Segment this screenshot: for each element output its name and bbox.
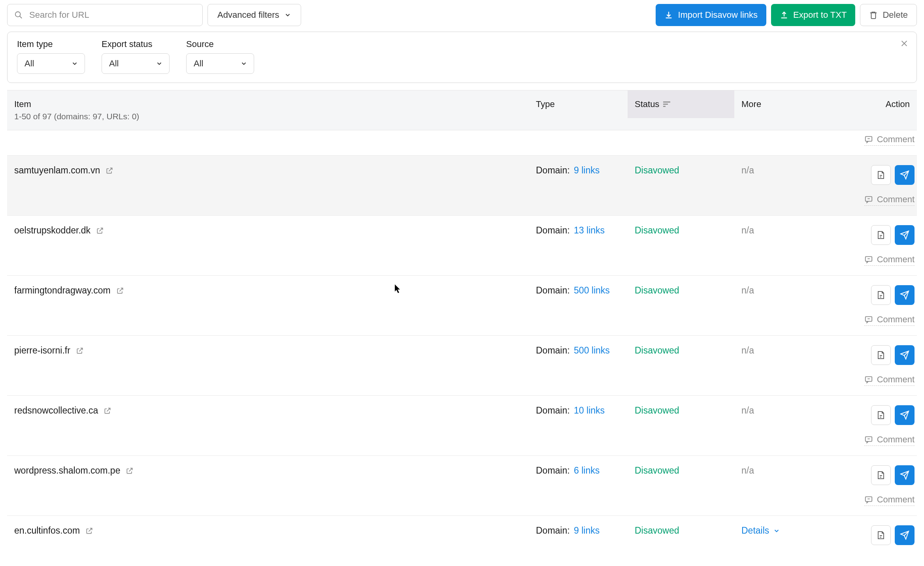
table-row: en.cultinfos.comDomain: 9 linksDisavowed… <box>7 516 917 555</box>
links-count[interactable]: 13 links <box>574 225 605 235</box>
external-link-icon[interactable] <box>106 167 113 175</box>
send-icon <box>900 410 909 420</box>
filter-select[interactable]: All <box>186 53 254 74</box>
external-link-icon[interactable] <box>126 467 134 475</box>
cell-action <box>829 156 917 194</box>
note-button[interactable] <box>871 465 891 485</box>
links-count[interactable]: 500 links <box>574 345 610 355</box>
column-header-status[interactable]: Status <box>628 90 734 118</box>
filter-label: Source <box>186 39 254 49</box>
advanced-filters-button[interactable]: Advanced filters <box>207 4 301 26</box>
cell-item[interactable]: wordpress.shalom.com.pe <box>7 456 529 485</box>
domain-text: en.cultinfos.com <box>14 525 80 536</box>
type-prefix: Domain: <box>536 405 570 416</box>
comment-button[interactable]: Comment <box>864 374 915 386</box>
comment-button[interactable]: Comment <box>864 134 915 146</box>
external-link-icon[interactable] <box>104 407 111 415</box>
column-header-action: Action <box>829 90 917 118</box>
chevron-down-icon <box>284 11 291 19</box>
note-icon <box>876 350 886 360</box>
column-header-more[interactable]: More <box>734 90 829 118</box>
more-text: n/a <box>741 465 754 476</box>
delete-button[interactable]: Delete <box>860 4 917 26</box>
filter-value: All <box>109 58 119 69</box>
send-button[interactable] <box>895 225 915 245</box>
send-button[interactable] <box>895 405 915 425</box>
more-text: n/a <box>741 405 754 416</box>
comment-button[interactable]: Comment <box>864 314 915 326</box>
send-button[interactable] <box>895 345 915 365</box>
send-button[interactable] <box>895 465 915 485</box>
note-button[interactable] <box>871 285 891 305</box>
export-button[interactable]: Export to TXT <box>771 4 855 26</box>
comment-label: Comment <box>877 194 915 205</box>
filter-select[interactable]: All <box>102 53 170 74</box>
cell-more: n/a <box>734 216 829 245</box>
note-button[interactable] <box>871 525 891 545</box>
external-link-icon[interactable] <box>76 347 84 355</box>
column-item-label: Item <box>14 99 522 109</box>
cell-more: n/a <box>734 156 829 185</box>
send-button[interactable] <box>895 285 915 305</box>
note-icon <box>876 470 886 480</box>
note-button[interactable] <box>871 225 891 245</box>
note-button[interactable] <box>871 165 891 185</box>
comment-button[interactable]: Comment <box>864 434 915 446</box>
comment-button[interactable]: Comment <box>864 495 915 506</box>
send-icon <box>900 290 909 300</box>
cell-more[interactable]: Details <box>734 516 829 545</box>
links-count[interactable]: 10 links <box>574 405 605 416</box>
type-prefix: Domain: <box>536 225 570 235</box>
external-link-icon[interactable] <box>85 527 93 535</box>
toolbar: Advanced filters Import Disavow links Ex… <box>7 0 917 32</box>
external-link-icon[interactable] <box>116 287 124 295</box>
links-count[interactable]: 6 links <box>574 465 600 476</box>
close-icon[interactable] <box>900 39 909 48</box>
chevron-down-icon <box>71 60 78 67</box>
delete-label: Delete <box>883 10 908 20</box>
svg-point-0 <box>15 12 21 17</box>
note-button[interactable] <box>871 345 891 365</box>
table-header-row: Item 1-50 of 97 (domains: 97, URLs: 0) T… <box>7 90 917 130</box>
external-link-icon[interactable] <box>96 227 104 235</box>
cell-type: Domain: 500 links <box>529 276 628 305</box>
links-count[interactable]: 9 links <box>574 165 600 175</box>
cell-type: Domain: 13 links <box>529 216 628 245</box>
cell-item[interactable]: oelstrupskodder.dk <box>7 216 529 245</box>
note-button[interactable] <box>871 405 891 425</box>
filter-select[interactable]: All <box>17 53 85 74</box>
more-text: Details <box>741 525 769 536</box>
column-header-type[interactable]: Type <box>529 90 628 118</box>
cell-more: n/a <box>734 456 829 485</box>
send-icon <box>900 470 909 480</box>
more-text: n/a <box>741 225 754 235</box>
comment-label: Comment <box>877 254 915 265</box>
filter-value: All <box>194 58 203 69</box>
column-status-label: Status <box>635 99 659 109</box>
table-row: farmingtondragway.comDomain: 500 linksDi… <box>7 276 917 336</box>
column-header-item[interactable]: Item 1-50 of 97 (domains: 97, URLs: 0) <box>7 90 529 130</box>
svg-line-1 <box>20 16 22 19</box>
comment-button[interactable]: Comment <box>864 194 915 206</box>
cell-more: n/a <box>734 396 829 425</box>
table-row-partial: Comment <box>7 130 917 156</box>
filter-bar: Item typeAllExport statusAllSourceAll <box>7 32 917 83</box>
cell-item[interactable]: pierre-isorni.fr <box>7 336 529 365</box>
cell-item[interactable]: samtuyenlam.com.vn <box>7 156 529 185</box>
comment-icon <box>864 195 873 204</box>
type-prefix: Domain: <box>536 345 570 355</box>
send-button[interactable] <box>895 525 915 545</box>
svg-rect-5 <box>663 104 668 105</box>
send-button[interactable] <box>895 165 915 185</box>
search-input[interactable] <box>7 4 203 26</box>
import-button[interactable]: Import Disavow links <box>656 4 766 26</box>
comment-button[interactable]: Comment <box>864 254 915 266</box>
cell-item[interactable]: en.cultinfos.com <box>7 516 529 545</box>
domain-text: redsnowcollective.ca <box>14 405 98 416</box>
comment-label: Comment <box>877 134 915 145</box>
links-count[interactable]: 9 links <box>574 525 600 536</box>
links-count[interactable]: 500 links <box>574 285 610 295</box>
cell-item[interactable]: farmingtondragway.com <box>7 276 529 305</box>
domain-text: pierre-isorni.fr <box>14 345 70 356</box>
cell-item[interactable]: redsnowcollective.ca <box>7 396 529 425</box>
